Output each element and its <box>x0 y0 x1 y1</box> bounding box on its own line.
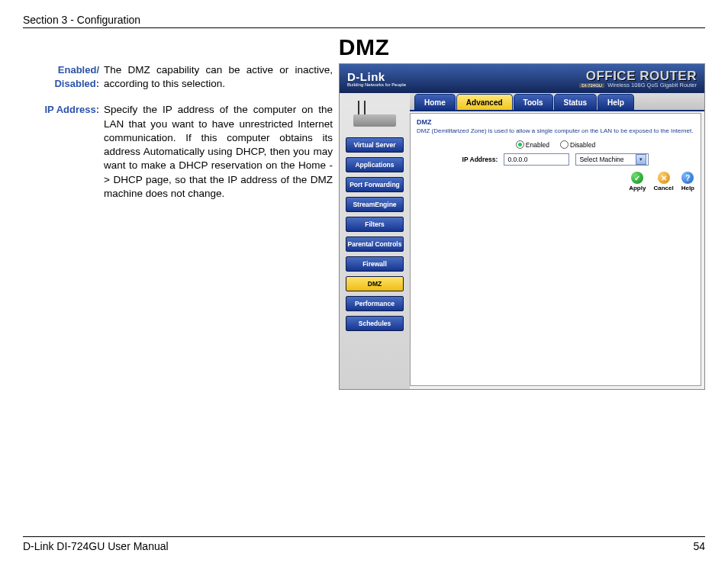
sidenav-virtual-server[interactable]: Virtual Server <box>346 137 404 153</box>
radio-dot-icon <box>560 140 569 149</box>
sidenav-applications[interactable]: Applications <box>346 157 404 172</box>
radio-enabled[interactable]: Enabled <box>516 140 549 149</box>
tab-advanced[interactable]: Advanced <box>456 94 513 110</box>
panel-title: DMZ <box>417 118 694 126</box>
sidenav-schedules[interactable]: Schedules <box>346 316 404 331</box>
page-title: DMZ <box>23 34 705 60</box>
tab-status[interactable]: Status <box>554 94 598 110</box>
cancel-button[interactable]: ✕ Cancel <box>653 172 673 191</box>
router-header: D-Link Building Networks for People OFFI… <box>340 64 704 93</box>
radio-dot-icon <box>516 140 524 149</box>
desc-text-enabled: The DMZ capability can be active or inac… <box>104 63 333 91</box>
help-button[interactable]: ? Help <box>681 172 694 191</box>
x-icon: ✕ <box>658 172 670 184</box>
ip-label: IP Address: <box>462 156 498 163</box>
check-icon: ✓ <box>631 172 643 184</box>
apply-button[interactable]: ✓ Apply <box>629 172 646 191</box>
footer-manual: D-Link DI-724GU User Manual <box>23 540 169 552</box>
tab-help[interactable]: Help <box>598 94 634 110</box>
dmz-panel: DMZ DMZ (Demilitarized Zone) is used to … <box>410 113 701 386</box>
question-icon: ? <box>681 172 694 184</box>
footer-page: 54 <box>693 540 705 552</box>
sidenav-firewall[interactable]: Firewall <box>346 256 404 272</box>
chevron-down-icon: ▾ <box>636 154 646 165</box>
brand-logo: D-Link <box>347 70 385 83</box>
product-model: DI-724GU <box>579 83 604 88</box>
tab-bar: Home Advanced Tools Status Help <box>410 93 704 111</box>
ip-input[interactable]: 0.0.0.0 <box>504 153 569 166</box>
sidenav-port-forwarding[interactable]: Port Forwarding <box>346 177 404 192</box>
tab-home[interactable]: Home <box>414 94 456 110</box>
desc-text-ip: Specify the IP address of the computer o… <box>104 103 333 201</box>
description-column: Enabled/ Disabled: The DMZ capability ca… <box>23 63 333 213</box>
product-name: OFFICE ROUTER <box>579 69 697 82</box>
router-screenshot: D-Link Building Networks for People OFFI… <box>339 63 705 390</box>
sidenav-streamengine[interactable]: StreamEngine <box>346 197 404 212</box>
radio-disabled[interactable]: Disabled <box>560 140 595 149</box>
sidenav-filters[interactable]: Filters <box>346 217 404 232</box>
desc-label-enabled: Enabled/ Disabled: <box>23 63 104 91</box>
side-nav: Virtual Server Applications Port Forward… <box>340 93 410 389</box>
product-desc: Wireless 108G QoS Gigabit Router <box>607 82 697 88</box>
router-image <box>347 99 402 130</box>
machine-select[interactable]: Select Machine ▾ <box>575 153 649 166</box>
sidenav-dmz[interactable]: DMZ <box>346 276 404 291</box>
brand-tagline: Building Networks for People <box>347 82 406 87</box>
desc-label-ip: IP Address: <box>23 103 104 201</box>
panel-desc: DMZ (Demilitarized Zone) is used to allo… <box>417 127 694 134</box>
sidenav-parental-controls[interactable]: Parental Controls <box>346 236 404 252</box>
sidenav-performance[interactable]: Performance <box>346 296 404 311</box>
section-header: Section 3 - Configuration <box>23 14 705 28</box>
tab-tools[interactable]: Tools <box>514 94 553 110</box>
